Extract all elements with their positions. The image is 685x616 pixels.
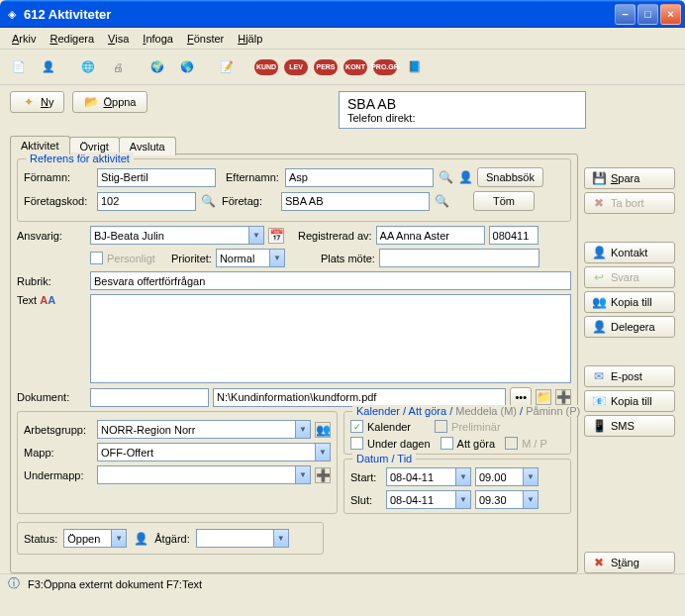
chevron-down-icon[interactable]: ▼ bbox=[273, 530, 288, 547]
open-button[interactable]: 📂Öppna bbox=[72, 91, 147, 113]
slut-time-select[interactable]: 09.30▼ bbox=[475, 490, 538, 509]
folder-add-icon-2[interactable]: ➕ bbox=[315, 467, 331, 483]
tool-globe3-icon[interactable]: 🌎 bbox=[174, 54, 200, 80]
foretag-input[interactable] bbox=[281, 192, 430, 211]
calendar-icon[interactable]: 📅 bbox=[268, 228, 284, 244]
chevron-down-icon[interactable]: ▼ bbox=[248, 227, 263, 244]
kontakt-button[interactable]: 👤Kontakt bbox=[584, 242, 675, 263]
search-icon-3[interactable]: 🔍 bbox=[434, 193, 449, 209]
menu-arkiv[interactable]: Arkiv bbox=[6, 31, 42, 47]
save-icon: 💾 bbox=[591, 170, 607, 186]
fornamn-input[interactable] bbox=[97, 168, 216, 187]
personligt-checkbox[interactable] bbox=[90, 252, 103, 264]
delegera-button[interactable]: 👤Delegera bbox=[584, 316, 675, 338]
menu-visa[interactable]: Visa bbox=[102, 31, 135, 47]
badge-kont[interactable]: KONT bbox=[342, 54, 368, 80]
atgard-select[interactable]: ▼ bbox=[196, 529, 289, 548]
stang-button[interactable]: ✖Stäng bbox=[584, 552, 675, 573]
maximize-button[interactable]: □ bbox=[637, 4, 658, 25]
tab-aktivitet[interactable]: Aktivitet bbox=[10, 136, 70, 154]
statusbar: ⓘ F3:Öppna externt dokument F7:Text bbox=[0, 573, 685, 593]
badge-kund[interactable]: KUND bbox=[253, 54, 279, 80]
menu-hjalp[interactable]: Hjälp bbox=[232, 31, 268, 47]
start-date-select[interactable]: 08-04-11▼ bbox=[386, 467, 471, 486]
dokument-input-2[interactable] bbox=[213, 388, 506, 407]
new-button[interactable]: ✦Ny bbox=[10, 91, 64, 113]
person-icon[interactable]: 👤 bbox=[457, 169, 473, 185]
efternamn-input[interactable] bbox=[285, 168, 434, 187]
atgard-label: Åtgärd: bbox=[154, 533, 189, 545]
font-icon[interactable]: A bbox=[40, 294, 48, 306]
folder-open-icon[interactable]: 📁 bbox=[536, 389, 551, 405]
user-icon[interactable]: 👤 bbox=[133, 531, 148, 547]
toolbar: 📄 👤 🌐 🖨 🌍 🌎 📝 KUND LEV PERS KONT PRO.GR … bbox=[0, 50, 685, 85]
spara-button[interactable]: 💾Spara bbox=[584, 167, 675, 189]
slut-label: Slut: bbox=[350, 494, 382, 506]
chevron-down-icon[interactable]: ▼ bbox=[111, 530, 126, 547]
menu-infoga[interactable]: Infoga bbox=[137, 31, 179, 47]
epost-button[interactable]: ✉E-post bbox=[584, 365, 675, 387]
badge-lev[interactable]: LEV bbox=[283, 54, 309, 80]
status-select[interactable]: Öppen▼ bbox=[63, 529, 127, 548]
undermapp-select[interactable]: ▼ bbox=[97, 465, 311, 484]
reply-icon: ↩ bbox=[591, 269, 607, 285]
chevron-down-icon[interactable]: ▼ bbox=[455, 491, 470, 508]
search-icon[interactable]: 🔍 bbox=[438, 169, 453, 185]
badge-progr[interactable]: PRO.GR bbox=[372, 54, 398, 80]
foretagskod-input[interactable] bbox=[97, 192, 196, 211]
font-icon-2[interactable]: A bbox=[48, 294, 55, 306]
copy-icon: 👥 bbox=[591, 294, 607, 310]
kalender-label: Kalender bbox=[367, 421, 411, 433]
kopia-till-2-button[interactable]: 📧Kopia till bbox=[584, 390, 675, 412]
kalender-checkbox[interactable]: ✓ bbox=[350, 420, 363, 433]
side-buttons: 💾Spara ✖Ta bort 👤Kontakt ↩Svara 👥Kopia t… bbox=[584, 154, 675, 573]
search-icon-2[interactable]: 🔍 bbox=[200, 193, 216, 209]
tool-note-icon[interactable]: 📝 bbox=[214, 54, 240, 80]
chevron-down-icon[interactable]: ▼ bbox=[269, 250, 284, 266]
browse-button[interactable]: ••• bbox=[510, 387, 532, 407]
sms-button[interactable]: 📱SMS bbox=[584, 415, 675, 437]
new-icon: ✦ bbox=[21, 94, 37, 110]
snabbsok-button[interactable]: Snabbsök bbox=[477, 167, 543, 187]
chevron-down-icon[interactable]: ▼ bbox=[295, 421, 310, 438]
chevron-down-icon[interactable]: ▼ bbox=[315, 444, 330, 461]
kopia-till-button[interactable]: 👥Kopia till bbox=[584, 291, 675, 313]
tool-globe2-icon[interactable]: 🌍 bbox=[145, 54, 170, 80]
foretagskod-label: Företagskod: bbox=[24, 195, 93, 207]
ansvarig-select[interactable]: BJ-Beata Julin▼ bbox=[90, 226, 264, 245]
menu-redigera[interactable]: Redigera bbox=[44, 31, 100, 47]
tool-book-icon[interactable]: 📘 bbox=[402, 54, 428, 80]
attgora-checkbox[interactable] bbox=[440, 437, 453, 450]
text-textarea[interactable] bbox=[90, 294, 571, 383]
mapp-select[interactable]: OFF-Offert▼ bbox=[97, 443, 331, 462]
tool-user-add-icon[interactable]: 👤 bbox=[36, 54, 61, 80]
arbetsgrupp-select[interactable]: NORR-Region Norr▼ bbox=[97, 420, 311, 439]
prioritet-select[interactable]: Normal▼ bbox=[216, 249, 285, 267]
delegate-icon: 👤 bbox=[591, 319, 607, 335]
chevron-down-icon[interactable]: ▼ bbox=[455, 468, 470, 485]
minimize-button[interactable]: – bbox=[615, 4, 636, 25]
plats-input[interactable] bbox=[379, 249, 539, 267]
chevron-down-icon[interactable]: ▼ bbox=[295, 466, 310, 483]
kalender-group: Kalender / Att göra / Meddela (M) / Påmi… bbox=[343, 411, 571, 455]
tool-globe-icon[interactable]: 🌐 bbox=[75, 54, 101, 80]
group-icon[interactable]: 👥 bbox=[315, 422, 331, 438]
attgora-label: Att göra bbox=[457, 438, 496, 450]
menu-fonster[interactable]: Fönster bbox=[181, 31, 230, 47]
mp-label: M / P bbox=[522, 438, 547, 450]
rubrik-input[interactable] bbox=[90, 271, 571, 290]
status-group: Status: Öppen▼ 👤 Åtgärd: ▼ bbox=[17, 522, 324, 555]
chevron-down-icon[interactable]: ▼ bbox=[523, 491, 538, 508]
underdagen-checkbox[interactable] bbox=[350, 437, 363, 450]
start-time-select[interactable]: 09.00▼ bbox=[475, 467, 538, 486]
chevron-down-icon[interactable]: ▼ bbox=[523, 468, 538, 485]
underdagen-label: Under dagen bbox=[367, 438, 431, 450]
tool-print-icon[interactable]: 🖨 bbox=[105, 54, 131, 80]
tool-new-icon[interactable]: 📄 bbox=[6, 54, 32, 80]
dokument-input-1[interactable] bbox=[90, 388, 209, 407]
slut-date-select[interactable]: 08-04-11▼ bbox=[386, 490, 471, 509]
badge-pers[interactable]: PERS bbox=[313, 54, 339, 80]
close-button[interactable]: × bbox=[660, 4, 681, 25]
tom-button[interactable]: Töm bbox=[473, 191, 535, 211]
folder-add-icon[interactable]: ➕ bbox=[555, 389, 571, 405]
